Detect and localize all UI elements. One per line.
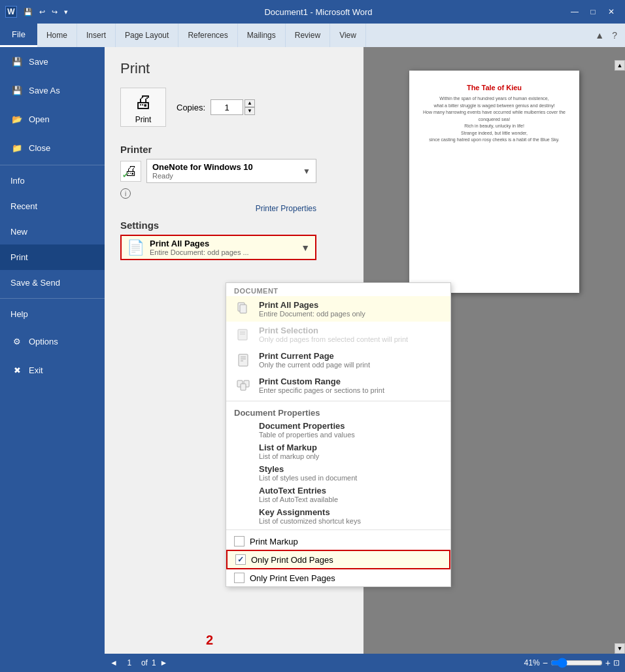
print-markup-checkbox[interactable] [234,536,245,546]
sidebar-item-save-as[interactable]: 💾 Save As [0,76,105,105]
preview-scroll-up[interactable]: ▲ [615,60,625,71]
preview-line-3: How many harrowing events have occurred … [420,109,569,123]
document-section-header: Document [226,283,450,296]
open-icon: 📂 [10,112,24,126]
print-odd-pages-label: Only Print Odd Pages [251,555,333,565]
dropdown-print-custom-range[interactable]: Print Custom Range Enter specific pages … [226,373,450,398]
prev-page-btn[interactable]: ◄ [110,658,118,667]
tab-references[interactable]: References [178,24,237,47]
copies-increase-btn[interactable]: ▲ [245,99,255,107]
printer-info-icon[interactable]: i [120,188,131,199]
print-selection-title: Print Selection [259,326,408,335]
tab-view[interactable]: View [330,24,366,47]
print-button[interactable]: 🖨 Print [120,88,166,127]
tab-page-layout[interactable]: Page Layout [116,24,178,47]
sidebar-item-open[interactable]: 📂 Open [0,105,105,133]
preview-text-content: Within the span of hundred years of huma… [420,95,569,144]
print-button-label: Print [135,115,152,124]
sidebar-item-save[interactable]: 💾 Save [0,47,105,76]
badge-2: 2 [206,633,213,648]
window-title: Document1 - Microsoft Word [71,7,566,17]
dropdown-print-current-page[interactable]: Print Current Page Only the current odd … [226,347,450,373]
copies-decrease-btn[interactable]: ▼ [245,107,255,115]
print-odd-pages-checkbox[interactable]: ✓ [235,554,246,565]
sidebar-item-options[interactable]: ⚙ Options [0,327,105,356]
close-btn[interactable]: ✕ [603,5,620,18]
tab-home[interactable]: Home [37,24,77,47]
printer-dropdown[interactable]: OneNote for Windows 10 Ready ▼ [146,159,316,183]
fit-page-btn[interactable]: ⊡ [613,658,620,667]
qa-save-btn[interactable]: 💾 [21,7,35,18]
doc-properties-header: Document Properties [226,404,450,419]
print-options-dropdown: Document Print All Pages Entire Document… [226,282,451,587]
list-markup-sub: List of markup only [259,452,443,460]
settings-selected-sub: Entire Document: odd pages ... [150,248,301,256]
exit-icon: ✖ [10,363,24,377]
minimize-btn[interactable]: — [566,5,583,18]
tab-insert[interactable]: Insert [77,24,116,47]
save-icon: 💾 [10,55,24,68]
dropdown-list-markup[interactable]: List of Markup List of markup only [226,441,450,462]
printer-status: Ready [152,172,253,180]
file-tab[interactable]: File [0,24,37,47]
svg-rect-2 [238,329,247,340]
printer-properties-link[interactable]: Printer Properties [120,204,316,213]
next-page-btn[interactable]: ► [160,658,168,667]
tab-mailings[interactable]: Mailings [238,24,286,47]
zoom-out-btn[interactable]: − [543,658,548,668]
ribbon-question-btn[interactable]: ? [609,29,620,42]
preview-scroll-down[interactable]: ▼ [615,643,625,654]
close-file-icon: 📁 [10,141,24,154]
dropdown-doc-properties[interactable]: Document Properties Table of properties … [226,419,450,441]
sidebar-save-send-label: Save & Send [10,278,60,288]
preview-doc-title: The Tale of Kieu [467,84,522,92]
sidebar-item-info[interactable]: Info [0,168,105,193]
dropdown-print-even-pages[interactable]: Only Print Even Pages [226,569,450,586]
ribbon-help-btn[interactable]: ▲ [592,29,607,42]
zoom-in-btn[interactable]: + [605,658,611,668]
sidebar-item-print[interactable]: Print [0,244,105,270]
print-odd-pages-check-mark: ✓ [237,555,244,564]
tab-review[interactable]: Review [286,24,330,47]
dropdown-print-selection[interactable]: Print Selection Only odd pages from sele… [226,322,450,347]
svg-rect-5 [239,354,248,366]
printer-section-title: Printer [120,144,316,155]
zoom-level: 41% [524,658,540,667]
settings-pages-icon: 📄 [127,239,144,256]
dropdown-divider-1 [226,401,450,401]
sidebar-item-save-send[interactable]: Save & Send [0,270,105,295]
qa-undo-btn[interactable]: ↩ [37,7,48,18]
dropdown-key-assignments[interactable]: Key Assignments List of customized short… [226,505,450,527]
copies-input[interactable] [211,99,243,115]
svg-rect-1 [240,305,246,313]
dropdown-print-odd-pages[interactable]: ✓ Only Print Odd Pages [226,550,450,569]
sidebar-item-recent[interactable]: Recent [0,193,105,219]
maximize-btn[interactable]: □ [584,5,601,18]
dropdown-print-all-pages[interactable]: Print All Pages Entire Document: odd pag… [226,296,450,322]
sidebar-item-exit[interactable]: ✖ Exit [0,356,105,384]
titlebar-left: W 💾 ↩ ↪ ▾ [5,6,71,18]
zoom-slider[interactable] [550,658,603,668]
quick-access-toolbar: 💾 ↩ ↪ ▾ [21,7,71,18]
qa-redo-btn[interactable]: ↪ [49,7,60,18]
titlebar: W 💾 ↩ ↪ ▾ Document1 - Microsoft Word — □… [0,0,625,24]
sidebar-divider-2 [0,298,105,299]
printer-select-icon: 🖨 ✔ [120,161,141,182]
print-all-pages-title: Print All Pages [259,300,365,310]
current-page-input[interactable] [122,658,137,667]
sidebar-item-close[interactable]: 📁 Close [0,133,105,162]
dropdown-autotext[interactable]: AutoText Entries List of AutoText availa… [226,484,450,505]
sidebar-save-as-label: Save As [29,86,60,95]
qa-more-btn[interactable]: ▾ [61,7,71,18]
settings-dropdown[interactable]: 📄 Print All Pages Entire Document: odd p… [120,235,316,260]
sidebar-save-label: Save [29,57,48,67]
svg-rect-11 [241,384,246,390]
status-bar: ◄ of 1 ► 41% − + ⊡ [105,654,625,672]
dropdown-print-markup[interactable]: Print Markup [226,533,450,550]
copies-input-wrap: ▲ ▼ [211,99,255,115]
print-even-pages-checkbox[interactable] [234,573,245,583]
dropdown-styles[interactable]: Styles List of styles used in document [226,462,450,484]
sidebar-item-new[interactable]: New [0,219,105,244]
options-icon: ⚙ [10,335,24,348]
sidebar-item-help[interactable]: Help [0,301,105,327]
